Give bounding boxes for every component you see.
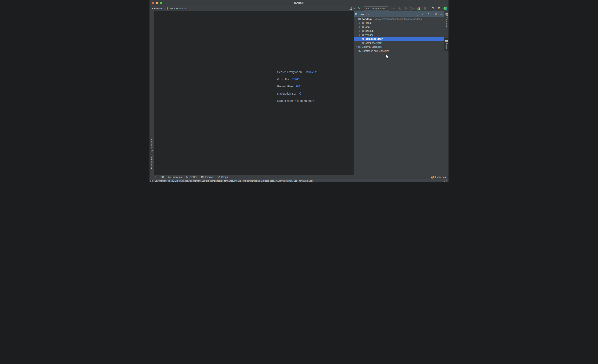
chevron-right-icon[interactable] xyxy=(358,34,361,36)
phpstorm-logo-icon xyxy=(443,6,447,11)
toolbar-separator xyxy=(429,7,429,10)
scratches-icon xyxy=(357,50,361,52)
svg-text:{}: {} xyxy=(362,42,363,44)
problems-icon xyxy=(168,176,171,178)
problems-label: Problems xyxy=(172,176,182,179)
search-everywhere-icon[interactable] xyxy=(431,6,435,11)
database-icon xyxy=(445,13,448,16)
tool-tab-terminal[interactable]: Terminal xyxy=(201,176,213,179)
shortcut-row: Go to File ⇧⌘O xyxy=(277,75,317,83)
profiler-icon xyxy=(186,176,188,178)
shortcut-row: Recent Files ⌘E xyxy=(277,83,317,90)
hide-panel-icon[interactable]: — xyxy=(440,12,443,16)
run-play-icon xyxy=(392,6,396,11)
expand-all-icon[interactable] xyxy=(421,12,424,16)
composer-file-icon: {} xyxy=(361,41,365,44)
todo-label: TODO xyxy=(157,176,164,179)
project-panel-title: Project xyxy=(359,13,366,16)
small-gear-icon[interactable]: ⚙ xyxy=(445,179,447,182)
tree-item-backup[interactable]: backup xyxy=(354,29,444,33)
chevron-right-icon[interactable] xyxy=(358,26,361,28)
tool-tab-structure[interactable]: Structure xyxy=(150,139,154,152)
tree-item-idea[interactable]: .idea xyxy=(354,21,444,25)
chevron-down-icon[interactable] xyxy=(355,18,357,20)
folder-icon xyxy=(361,22,365,24)
tree-item-external-libraries[interactable]: External Libraries xyxy=(354,45,444,49)
start-listening-php-debug-icon[interactable] xyxy=(417,6,421,11)
settings-gear-icon[interactable]: ⚙ xyxy=(437,6,441,11)
tool-tab-event-log[interactable]: 1 Event Log xyxy=(431,176,446,179)
chevron-right-icon[interactable] xyxy=(358,22,361,24)
toolbar-actions: Add Configuration... xyxy=(350,6,447,11)
tree-item-composer-json[interactable]: {} composer.json xyxy=(354,37,444,41)
composer-file-icon: {} xyxy=(361,38,365,40)
breadcrumb-project[interactable]: sandbox xyxy=(152,7,162,10)
tree-item-sandbox-root[interactable]: sandbox ~/projects/contribution/sandboxe… xyxy=(354,17,444,21)
favorites-star-icon: ★ xyxy=(150,167,153,170)
shortcut-label: Go to File xyxy=(277,77,290,81)
header-separator xyxy=(432,13,432,16)
event-log-label: Event Log xyxy=(435,176,446,179)
folder-icon xyxy=(361,25,365,28)
project-panel-header[interactable]: Project ⚙ — xyxy=(354,11,444,17)
tool-tab-todo[interactable]: TODO xyxy=(154,176,164,179)
project-panel-icon xyxy=(355,13,357,16)
tree-item-label: composer.json xyxy=(365,37,383,40)
tree-item-label: backup xyxy=(365,29,374,32)
chevron-right-icon[interactable] xyxy=(355,46,357,48)
right-tool-window-strip: Database Project xyxy=(444,11,448,175)
database-tab-label: Database xyxy=(445,17,448,27)
status-right-icons: ? ⚙ xyxy=(444,179,447,182)
shortcut-label: Search Everywhere xyxy=(277,70,303,74)
window-title: sandbox xyxy=(150,0,448,6)
build-hammer-icon[interactable] xyxy=(357,6,361,11)
breadcrumb-separator-icon: › xyxy=(164,7,165,10)
breadcrumb-file[interactable]: composer.json xyxy=(170,7,186,10)
tool-window-toggle-icon[interactable] xyxy=(150,180,153,182)
event-log-badge: 1 xyxy=(431,176,434,179)
tool-tab-graphql[interactable]: GraphQL xyxy=(218,176,231,179)
user-dropdown-icon[interactable] xyxy=(350,6,355,11)
tree-item-scratches-consoles[interactable]: Scratches and Consoles xyxy=(354,49,444,53)
tool-tab-project[interactable]: Project xyxy=(444,38,448,51)
breadcrumb: sandbox › {} composer.json xyxy=(152,6,186,11)
main-toolbar: sandbox › {} composer.json Add Configura… xyxy=(150,6,448,11)
tool-tab-profiler[interactable]: Profiler xyxy=(186,176,197,179)
debug-bug-icon xyxy=(398,6,402,11)
shortcut-keys: ⌘↑ xyxy=(298,92,303,95)
main-area: Structure Favorites ★ Search Everywhere … xyxy=(150,11,448,175)
profiler-icon xyxy=(410,6,415,11)
tool-tab-problems[interactable]: Problems xyxy=(168,176,182,179)
locate-file-icon[interactable] xyxy=(415,12,419,16)
composer-file-icon: {} xyxy=(166,7,169,10)
tree-item-app[interactable]: app xyxy=(354,25,444,29)
svg-text:{}: {} xyxy=(167,8,168,9)
panel-settings-gear-icon[interactable]: ⚙ xyxy=(434,12,438,16)
collapse-all-icon[interactable] xyxy=(426,12,430,16)
tree-item-composer-lock[interactable]: {} composer.lock xyxy=(354,41,444,45)
tool-tab-database[interactable]: Database xyxy=(444,13,448,27)
folder-icon xyxy=(361,30,365,32)
status-bar: Low memory: The IDE is running low on me… xyxy=(150,179,448,182)
tool-tab-favorites[interactable]: Favorites ★ xyxy=(150,156,154,170)
shortcut-label: Navigation Bar xyxy=(277,92,296,95)
bottom-tool-window-bar: TODO Problems Profiler Terminal GraphQL xyxy=(150,175,448,179)
graphql-icon xyxy=(218,176,220,178)
drop-files-hint: Drop files here to open them xyxy=(277,97,317,104)
tree-item-label: vendor xyxy=(365,33,373,36)
editor-shortcut-hints: Search Everywhere Double ⇧ Go to File ⇧⌘… xyxy=(277,68,317,104)
shortcut-label: Recent Files xyxy=(277,85,293,88)
folder-icon xyxy=(361,33,365,36)
help-question-icon[interactable]: ? xyxy=(444,180,445,182)
chevron-right-icon[interactable] xyxy=(358,30,361,32)
add-configuration-button[interactable]: Add Configuration... xyxy=(364,6,389,11)
project-dropdown-caret-icon[interactable] xyxy=(368,14,369,15)
status-message[interactable]: Low memory: The IDE is running low on me… xyxy=(155,180,313,182)
tree-item-vendor[interactable]: vendor xyxy=(354,33,444,37)
editor-area[interactable]: Search Everywhere Double ⇧ Go to File ⇧⌘… xyxy=(154,11,354,175)
left-tool-window-strip: Structure Favorites ★ xyxy=(150,11,154,175)
structure-tab-label: Structure xyxy=(150,139,153,149)
project-folder-icon xyxy=(445,39,448,42)
stop-icon xyxy=(423,6,427,11)
todo-icon xyxy=(154,176,156,178)
